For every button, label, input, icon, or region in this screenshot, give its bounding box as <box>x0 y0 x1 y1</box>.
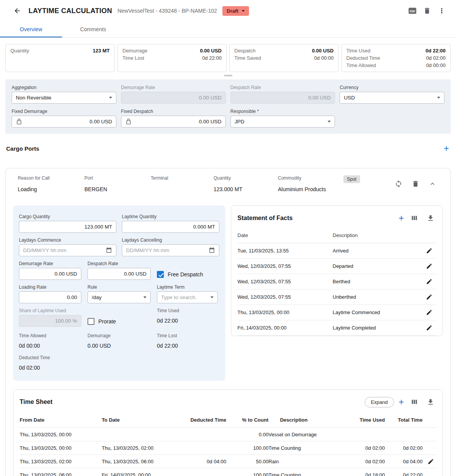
sof-columns-button[interactable] <box>409 212 420 224</box>
demurrage-rate-field: Demurrage Rate 0.00 USD <box>121 85 226 104</box>
timesheet-download-button[interactable] <box>425 396 436 408</box>
edit-sof-row-button[interactable] <box>423 322 435 334</box>
laydays-commence-label: Laydays Commence <box>19 237 116 243</box>
summary-card-quantity: Quantity123 MT <box>5 44 115 72</box>
ts-time-used-cell: 0d 02:00 <box>340 455 385 468</box>
port-demurrage-value: 0.00 USD <box>87 343 151 349</box>
resize-handle[interactable] <box>224 75 232 76</box>
sof-row: Thu, 13/03/2025, 00:00 Laytime Commenced <box>237 305 436 320</box>
ts-col-time-used: Time Used <box>340 412 385 428</box>
lock-icon[interactable] <box>16 118 22 125</box>
ts-from-cell: Thu, 13/03/2025, 06:00 <box>20 468 102 476</box>
calendar-icon[interactable] <box>209 247 215 254</box>
checkbox-checked-icon <box>157 271 164 278</box>
laytime-term-label: Laytime Term <box>157 284 218 290</box>
responsible-label: Responsible * <box>231 109 335 114</box>
chevron-down-icon <box>210 296 214 298</box>
add-sof-event-button[interactable]: + <box>399 214 404 222</box>
calendar-icon[interactable] <box>106 247 112 254</box>
back-button[interactable] <box>12 5 23 17</box>
ts-total-time-cell <box>385 428 422 441</box>
terminal-label: Terminal <box>151 175 214 181</box>
edit-sof-row-button[interactable] <box>423 291 435 303</box>
ts-col-description: Description <box>268 412 340 428</box>
loading-rate-field: Loading Rate <box>19 284 81 303</box>
port-time-used-label: Time Used <box>157 308 218 313</box>
aggregation-select[interactable]: Non Reversible <box>12 92 116 104</box>
download-icon <box>427 214 434 222</box>
ts-to-cell: Fri, 14/03/2025, 00:00 <box>102 468 182 476</box>
fixed-despatch-field: Fixed Despatch 0.00 USD <box>121 109 226 128</box>
laytime-quantity-input[interactable] <box>126 224 215 230</box>
port-despatch-rate-input[interactable] <box>92 271 146 277</box>
add-timesheet-row-button[interactable]: + <box>399 398 404 406</box>
rule-select[interactable]: /day <box>87 291 151 303</box>
edit-sof-row-button[interactable] <box>423 276 435 288</box>
expand-button[interactable]: Expand <box>365 397 394 407</box>
laytime-term-input[interactable] <box>161 294 207 300</box>
ts-pct-cell: 0.00 <box>226 428 269 441</box>
ts-to-cell: Thu, 13/03/2025, 06:00 <box>102 455 182 468</box>
edit-sof-row-button[interactable] <box>423 307 435 318</box>
laytime-calculation-page: LAYTIME CALCULATION NewVesselTest - 4392… <box>0 0 456 476</box>
prorate-checkbox[interactable]: Prorate <box>87 316 151 327</box>
edit-sof-row-button[interactable] <box>423 261 435 272</box>
status-badge[interactable]: Draft <box>222 6 249 16</box>
delete-port-button[interactable] <box>410 178 421 190</box>
recalculate-button[interactable] <box>393 178 404 190</box>
fixed-demurrage-label: Fixed Demurrage <box>12 109 116 114</box>
port-demurrage-rate-label: Demurrage Rate <box>19 261 81 266</box>
pencil-icon <box>426 278 432 285</box>
sof-download-button[interactable] <box>425 212 436 224</box>
timesheet-columns-button[interactable] <box>409 396 420 408</box>
add-cargo-port-button[interactable]: + <box>444 144 449 153</box>
laydays-commence-input[interactable] <box>23 247 103 253</box>
ts-to-cell <box>102 428 182 441</box>
loading-rate-input[interactable] <box>23 294 77 300</box>
prorate-label: Prorate <box>98 318 116 325</box>
reason-for-call-value: Loading <box>18 186 84 192</box>
chevron-down-icon <box>328 121 331 123</box>
port-deducted-time-label: Deducted Time <box>19 355 81 360</box>
port-time-lost-stat: Time Lost 0d 22:00 <box>157 333 218 349</box>
demurrage-label: Demurrage <box>123 47 148 54</box>
time-saved-value: 0d 00:00 <box>314 54 334 62</box>
edit-sof-row-button[interactable] <box>423 245 435 257</box>
summary-card-demurrage: Demurrage0.00 USD Time Lost0d 22:00 <box>118 44 227 72</box>
export-pdf-button[interactable]: PDF <box>407 5 418 17</box>
laydays-cancelling-input[interactable] <box>126 247 205 253</box>
lock-icon[interactable] <box>125 118 132 125</box>
pdf-icon: PDF <box>408 7 417 14</box>
fixed-despatch-input[interactable]: 0.00 USD <box>121 116 226 128</box>
more-menu-button[interactable] <box>436 5 448 17</box>
rule-label: Rule <box>87 284 151 290</box>
tab-overview[interactable]: Overview <box>0 22 62 37</box>
sof-date-cell: Wed, 12/03/2025, 07:55 <box>237 259 333 274</box>
aggregation-label: Aggregation <box>12 85 116 90</box>
edit-timesheet-row-button[interactable] <box>425 456 436 467</box>
pencil-icon <box>426 309 432 316</box>
cargo-quantity-input[interactable] <box>23 224 112 230</box>
time-allowed-label: Time Allowed <box>347 62 376 69</box>
port-demurrage-rate-input[interactable] <box>23 271 77 277</box>
laytime-term-field: Laytime Term <box>157 284 218 303</box>
ts-from-cell: Thu, 13/03/2025, 02:00 <box>20 455 102 468</box>
port-demurrage-stat: Demurrage 0.00 USD <box>87 333 151 349</box>
laydays-cancelling-field: Laydays Cancelling <box>122 237 219 256</box>
free-despatch-checkbox[interactable]: Free Despatch <box>157 269 218 280</box>
ts-col-to: To Date <box>102 412 182 428</box>
delete-calculation-button[interactable] <box>421 5 433 17</box>
fixed-despatch-label: Fixed Despatch <box>121 109 226 114</box>
fixed-demurrage-input[interactable]: 0.00 USD <box>12 116 116 128</box>
sof-row: Tue, 11/03/2025, 13:55 Arrived <box>237 243 436 259</box>
responsible-select[interactable]: JPD <box>231 116 335 128</box>
quantity-label: Quantity <box>10 47 29 54</box>
sof-description-cell: Departed <box>333 259 423 274</box>
share-of-laytime-label: Share of Laytime Used <box>19 308 81 313</box>
currency-select[interactable]: USD <box>340 92 444 104</box>
responsible-field: Responsible * JPD <box>231 109 335 128</box>
ts-total-time-cell: 0d 02:00 <box>385 441 422 455</box>
ts-description-cell: Vessel on Demurrage <box>268 428 340 441</box>
tab-comments[interactable]: Comments <box>62 22 124 37</box>
collapse-port-button[interactable] <box>427 178 438 190</box>
